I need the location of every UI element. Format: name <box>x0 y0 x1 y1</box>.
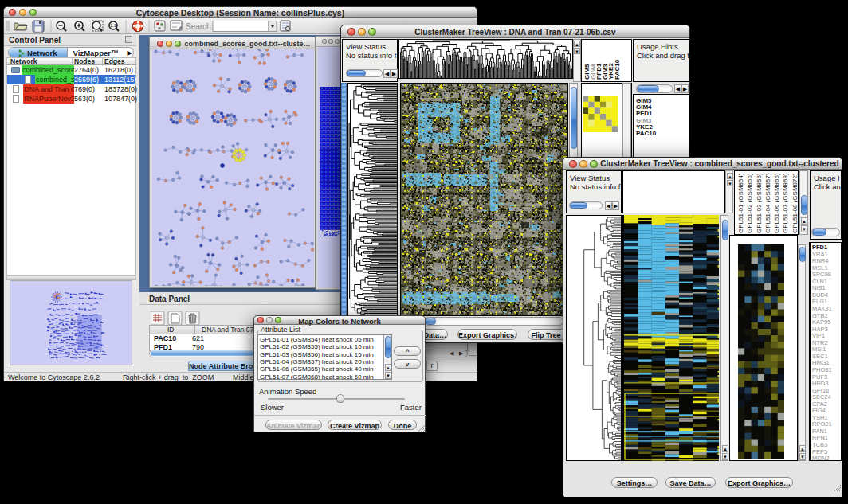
svg-text:Search:: Search: <box>186 22 213 31</box>
svg-text:1:1: 1:1 <box>110 23 116 28</box>
